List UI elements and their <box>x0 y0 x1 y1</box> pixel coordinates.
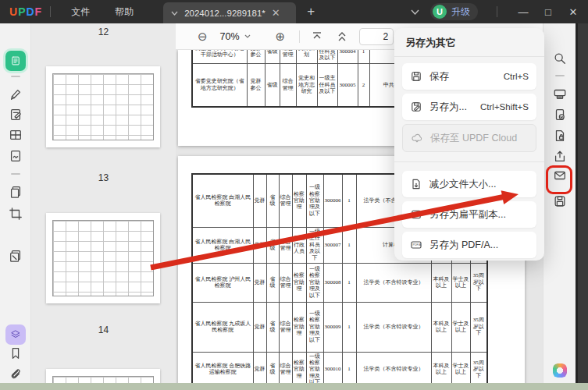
upgrade-label: 升级 <box>451 5 470 19</box>
scroll-to-top-icon[interactable] <box>311 31 323 42</box>
updf-ai-button[interactable] <box>553 363 567 378</box>
document-tab[interactable]: 2024012...9289181* ✕ <box>163 2 296 23</box>
upgrade-button[interactable]: U 升级 <box>430 3 478 20</box>
menu-item-save-as[interactable]: 另存为... Ctrl+Shift+S <box>402 94 536 120</box>
pages-copy-icon[interactable] <box>9 185 23 199</box>
table-cell: 300007 <box>323 227 342 263</box>
table-cell: 省人民检察院 合肥铁路运输检察院 <box>192 352 253 383</box>
bookmark-icon[interactable] <box>9 346 23 360</box>
menu-file[interactable]: 文件 <box>59 0 102 23</box>
paperclip-icon[interactable] <box>9 367 23 381</box>
menu-help[interactable]: 帮助 <box>102 0 146 23</box>
table-cell: 1 <box>342 174 356 227</box>
table-cell: 党群 <box>253 302 266 352</box>
attachment-button[interactable] <box>9 367 23 385</box>
share-export-icon[interactable] <box>553 150 567 164</box>
edit-pdf-button[interactable] <box>9 108 23 125</box>
maximize-button[interactable]: □ <box>541 6 555 18</box>
menu-item-label: 保存 <box>429 70 497 83</box>
edit-page-icon[interactable] <box>9 108 23 122</box>
page-thumbnail[interactable] <box>46 213 160 303</box>
table-cell: 学士及以上 <box>451 302 470 352</box>
protect-pdf-button[interactable] <box>553 129 567 146</box>
crop-button[interactable] <box>9 207 23 224</box>
table-cell: 省级 <box>265 50 280 63</box>
save-floppy-icon[interactable] <box>553 194 567 208</box>
menu-item-save-to-cloud: 保存至 UPDF Cloud <box>402 124 536 152</box>
save-as-icon <box>410 101 422 113</box>
stacked-pages-icon[interactable] <box>9 249 23 263</box>
table-row: 省人民检察院 九成坂人民检察院党群省级综合管理检察官助理一级检察官助理及以下30… <box>192 302 487 352</box>
table-cell: 党群 <box>253 174 266 227</box>
search-button[interactable] <box>553 51 567 69</box>
watermark-button[interactable] <box>9 249 23 266</box>
compress-document-icon[interactable] <box>553 108 567 122</box>
table-cell: 党群 <box>253 227 266 263</box>
page-up-icon[interactable] <box>336 31 348 42</box>
new-tab-button[interactable]: + <box>307 4 315 20</box>
fill-sign-button[interactable] <box>9 149 23 166</box>
titlebar-divider <box>50 6 51 17</box>
zoom-out-button[interactable]: ⊖ <box>198 30 208 44</box>
bookmark-button[interactable] <box>9 346 23 363</box>
page-number-input[interactable] <box>359 28 394 45</box>
minimize-button[interactable]: — <box>516 6 530 18</box>
toolbar-collapse-chevron-icon[interactable] <box>411 9 419 15</box>
save-file-button[interactable] <box>553 194 567 211</box>
left-sidebar <box>0 23 31 383</box>
table-cell: 检察官助理 <box>292 174 306 227</box>
table-cell: 本科及以上 <box>431 263 451 302</box>
reader-mode-icon[interactable] <box>5 51 26 71</box>
close-button[interactable]: ✕ <box>566 6 580 18</box>
menu-item-save-as-pdfa[interactable]: PDF/A 另存为 PDF/A... <box>402 232 536 258</box>
highlighter-icon[interactable] <box>9 87 23 101</box>
menu-item-shortcut: Ctrl+Shift+S <box>480 102 529 112</box>
table-cell: 综合管理 <box>279 174 292 227</box>
table-cell: 党群 <box>253 352 266 383</box>
table-cell: 党群参公 <box>247 50 265 63</box>
table-cell: 党群 <box>253 263 266 302</box>
tab-close-icon[interactable]: ✕ <box>272 7 280 19</box>
menu-item-save[interactable]: 保存 Ctrl+S <box>402 63 536 90</box>
logo-letter: U <box>9 5 18 18</box>
tab-chevron-down-icon[interactable] <box>171 11 178 16</box>
updf-logo: UPDF <box>9 5 42 18</box>
menu-item-save-flattened-copy[interactable]: 另存为扁平副本... <box>402 201 536 228</box>
search-icon[interactable] <box>553 51 567 66</box>
zoom-level-value[interactable]: 70% <box>220 31 240 42</box>
table-cell: 省级 <box>266 174 279 227</box>
window-edge <box>576 23 588 383</box>
page-thumbnail[interactable] <box>46 369 160 383</box>
page-thumbnail[interactable] <box>46 66 160 147</box>
crop-icon[interactable] <box>9 207 23 221</box>
table-cell: 一级检察官助理及以下 <box>306 302 323 352</box>
panel-divider <box>394 161 544 162</box>
reader-mode-button[interactable] <box>5 51 26 71</box>
panel-title: 另存为其它 <box>394 34 544 56</box>
user-avatar[interactable]: U <box>433 5 447 19</box>
share-button[interactable] <box>553 150 567 167</box>
table-cell: 省级 <box>266 352 279 383</box>
annotate-button[interactable] <box>9 87 23 105</box>
organize-pages-icon[interactable] <box>9 128 23 142</box>
table-cell: 学士及以上 <box>451 352 470 383</box>
menu-item-reduce-file-size[interactable]: 减少文件大小... <box>402 171 536 197</box>
organize-pages-button[interactable] <box>9 128 23 145</box>
page-thumbnails-button[interactable] <box>5 324 26 345</box>
ocr-scanner-icon[interactable] <box>553 87 567 101</box>
table-cell: 检察官助理 <box>292 302 306 352</box>
updf-ai-icon[interactable] <box>553 363 567 378</box>
pdfa-icon: PDF/A <box>410 239 422 251</box>
document-lock-icon[interactable] <box>553 129 567 143</box>
table-row: 省人民检察院 泸州人民检察院党群省级综合管理检察官助理一级检察官助理及以下300… <box>192 263 487 302</box>
extract-pages-button[interactable] <box>9 185 23 202</box>
ocr-button[interactable] <box>553 87 567 104</box>
zoom-in-button[interactable]: ⊕ <box>276 30 286 44</box>
table-cell: 安徽老年大学（省老干部活动中心） <box>192 50 247 63</box>
compress-pdf-button[interactable] <box>553 108 567 125</box>
layers-icon[interactable] <box>5 324 26 345</box>
reduce-size-icon <box>410 178 422 190</box>
table-cell: 省人民检察院 九成坂人民检察院 <box>192 302 253 352</box>
fill-sign-icon[interactable] <box>9 149 23 163</box>
zoom-dropdown-chevron-icon[interactable] <box>244 34 251 38</box>
